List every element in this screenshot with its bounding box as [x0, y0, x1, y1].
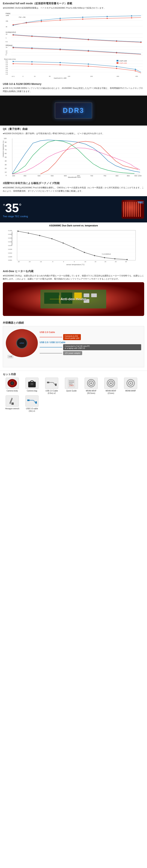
svg-text:450: 450	[24, 175, 26, 177]
svg-text:1: 1	[6, 37, 6, 39]
svg-point-53	[88, 51, 89, 52]
fw-bk-label: FW = BK	[19, 16, 26, 18]
svg-point-12	[26, 22, 27, 24]
set-item-usb30-cable: USB 3.0 cable(3m) x1	[23, 395, 41, 412]
svg-point-8	[82, 17, 83, 18]
svg-point-71	[59, 62, 61, 63]
svg-text:10: 10	[34, 75, 35, 77]
connection-lines: USB 2.0 Cable Connects to EQ mount guide…	[40, 331, 141, 355]
svg-text:20: 20	[5, 167, 6, 169]
set-item-camera-body: Camera body	[3, 378, 22, 395]
m54-21-label: M54M-M54F(21mm)	[106, 390, 116, 395]
svg-text:25: 25	[115, 261, 117, 262]
svg-text:DR(stop): DR(stop)	[6, 44, 13, 46]
svg-rect-206	[69, 383, 73, 384]
svg-text:550: 550	[51, 175, 54, 177]
fw-1k: 1k	[6, 26, 7, 28]
eq-mount-box: Connects to EQ mount guider port	[63, 334, 81, 340]
svg-rect-90	[117, 60, 118, 61]
svg-point-210	[90, 382, 92, 384]
svg-text:30: 30	[125, 261, 127, 262]
tec-display: + 35 ° Two stage TEC cooling	[0, 196, 147, 222]
usb20-line: Connects to EQ mount guider port	[40, 334, 141, 340]
hex-wrench-svg	[6, 396, 18, 406]
fw-label: FW(e)	[6, 12, 10, 14]
svg-text:800: 800	[116, 175, 118, 177]
svg-text:70: 70	[5, 149, 6, 151]
svg-text:2.5: 2.5	[6, 69, 8, 71]
svg-point-17	[131, 17, 132, 19]
usb20-cable-row: USB 2.0 Cable Connects to EQ mount guide…	[40, 331, 141, 340]
camera-unit: LENS USB	[6, 329, 38, 357]
svg-text:0.1250: 0.1250	[8, 230, 12, 231]
svg-rect-204	[69, 381, 74, 381]
usb-combo-row: USB 2.0 / USB 3.0 Cable Connected to Ful…	[40, 341, 141, 350]
svg-point-80	[135, 70, 136, 71]
svg-point-178	[63, 243, 64, 244]
ddr3-display: DDR3	[0, 96, 147, 126]
m54-21-svg	[105, 378, 117, 388]
svg-text:Read noise (rms): Read noise (rms)	[4, 58, 16, 60]
dark-current-svg: 0.1250 0.0625 0.0333 0.0156 0.0078 0.003…	[8, 228, 139, 266]
set-item-camera-bag: Camera bag	[23, 378, 41, 395]
svg-point-74	[135, 69, 136, 70]
qe-desc: ●AS2600 DUO/QSEの（量子効率）は可視光域の広い帯域で80%以上を確…	[3, 132, 144, 135]
svg-point-75	[13, 63, 14, 64]
svg-text:8: 8	[6, 54, 6, 56]
svg-text:10: 10	[6, 33, 7, 35]
svg-point-177	[51, 238, 52, 239]
svg-text:600: 600	[64, 175, 67, 177]
svg-point-184	[126, 259, 128, 260]
svg-text:Y=0.000512: Y=0.000512	[102, 253, 111, 255]
svg-text:15: 15	[95, 261, 96, 262]
svg-text:0.0001: 0.0001	[8, 259, 12, 261]
svg-point-174	[18, 231, 19, 232]
svg-text:Gain(unit 0.1 dB): Gain(unit 0.1 dB)	[54, 77, 67, 79]
laptop-text: Connected to Full HD mini-PC	[65, 345, 140, 347]
svg-point-51	[31, 48, 32, 49]
laptop-text2: or a laptop with USB 3.0	[65, 347, 140, 349]
tec-temperature: + 35 °	[3, 201, 118, 215]
svg-text:60: 60	[5, 153, 6, 154]
usb20-cable-label: USB 2.0 Cable(0.5m) x2	[46, 390, 58, 395]
set-items-grid: Camera body Camera bag USB	[3, 378, 144, 412]
extended-mode-section: Extended full well mode（拡張節和電荷容量モード）搭載 ●…	[0, 0, 147, 81]
svg-rect-188	[44, 292, 59, 304]
svg-text:30: 30	[5, 164, 6, 166]
svg-text:400: 400	[12, 175, 15, 177]
ddr3-chip-label: DDR3	[63, 106, 84, 115]
svg-text:4.5: 4.5	[6, 62, 8, 64]
camera-body-circle: LENS USB	[6, 329, 38, 357]
svg-rect-194	[91, 293, 97, 297]
svg-text:400: 400	[117, 75, 119, 77]
camera-body-label: Camera body	[6, 390, 18, 392]
usb20-connector-line	[40, 337, 62, 337]
usb-ports-label: USB	[8, 355, 13, 358]
fw-chart-svg: FW(e) 100k 10k 1k FW = BK	[4, 11, 145, 79]
quick-guide-label: Quick Guide	[66, 390, 76, 392]
svg-text:10: 10	[5, 171, 6, 173]
ddr3-section: USB 3.0 & 512M DDR3 Memory ●USB 3.0と512M…	[0, 81, 147, 126]
svg-rect-217	[11, 403, 14, 405]
svg-rect-193	[84, 293, 89, 297]
eq-text: Connects to EQ	[65, 335, 79, 337]
svg-text:0.0010: 0.0010	[8, 252, 12, 254]
power-adapter-box: 12V power adapter	[63, 351, 82, 355]
extended-mode-title: Extended full well mode（拡張節和電荷容量モード）搭載	[3, 2, 144, 5]
laptop-box: Connected to Full HD mini-PC or a laptop…	[63, 344, 141, 350]
usb20-label: USB 2.0 Cable	[40, 331, 55, 334]
dark-current-title: ASI2600MC Duo Dark current vs. temperatu…	[4, 224, 143, 227]
tec-section-text: 2段階TEC冷却方法による極低ダークノイズ性能 ●AS2600MC DUOはAS…	[0, 180, 147, 196]
svg-text:CGP=100: CGP=100	[119, 60, 127, 62]
svg-text:1.5: 1.5	[6, 73, 8, 75]
svg-text:0: 0	[63, 261, 64, 262]
svg-text:Wavelength (nm): Wavelength (nm)	[68, 176, 81, 178]
fw-100k: 100k	[6, 14, 9, 16]
svg-text:90: 90	[5, 141, 6, 143]
power-connector-line	[40, 353, 62, 353]
camera-body-img	[6, 378, 19, 389]
set-item-quick-guide: ZWO Quick Guide	[62, 378, 81, 395]
svg-point-79	[116, 68, 117, 69]
svg-text:0.0005: 0.0005	[8, 256, 12, 257]
usb30-cable-svg	[26, 396, 38, 406]
